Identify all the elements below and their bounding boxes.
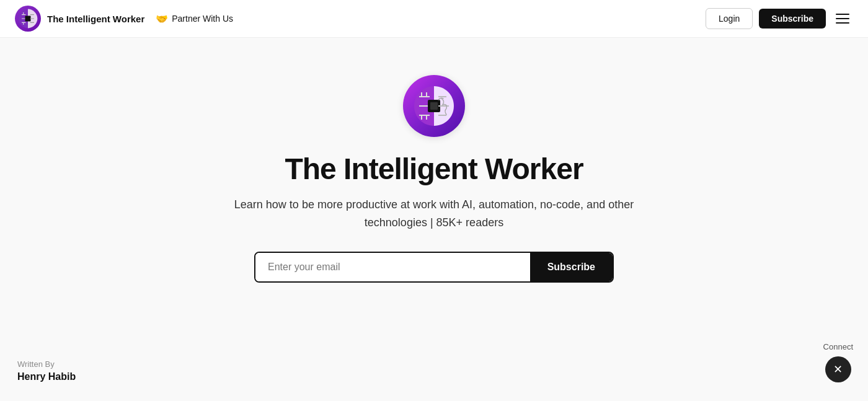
hamburger-line-1	[836, 14, 849, 15]
hamburger-line-3	[836, 22, 849, 24]
written-by-label: Written By	[17, 359, 76, 369]
navbar: The Intelligent Worker 🤝 Partner With Us…	[0, 0, 868, 38]
author-name: Henry Habib	[17, 371, 76, 382]
logo-circle	[15, 6, 41, 32]
subscribe-form-button[interactable]: Subscribe	[530, 253, 613, 281]
partner-with-us-link[interactable]: 🤝 Partner With Us	[156, 13, 233, 25]
email-input[interactable]	[255, 253, 530, 281]
svg-rect-6	[25, 15, 30, 21]
hamburger-menu-button[interactable]	[832, 10, 853, 27]
subscribe-nav-button[interactable]: Subscribe	[759, 9, 826, 29]
connect-widget: Connect ✕	[823, 342, 853, 382]
partner-label: Partner With Us	[172, 14, 233, 24]
hamburger-line-2	[836, 18, 849, 19]
logo-svg	[16, 7, 40, 30]
nav-right: Login Subscribe	[706, 8, 853, 29]
hero-subtitle: Learn how to be more productive at work …	[223, 196, 645, 232]
nav-title: The Intelligent Worker	[47, 14, 144, 24]
nav-logo[interactable]: The Intelligent Worker	[15, 6, 144, 32]
nav-left: The Intelligent Worker 🤝 Partner With Us	[15, 6, 233, 32]
subscribe-form: Subscribe	[254, 252, 614, 283]
partner-emoji: 🤝	[156, 13, 168, 25]
author-section: Written By Henry Habib	[17, 359, 76, 382]
svg-rect-18	[430, 102, 438, 110]
hero-logo	[403, 75, 465, 137]
connect-label: Connect	[823, 342, 853, 351]
hero-title: The Intelligent Worker	[285, 152, 583, 186]
login-button[interactable]: Login	[706, 8, 753, 29]
main-content: The Intelligent Worker Learn how to be m…	[0, 38, 868, 283]
connect-close-button[interactable]: ✕	[825, 356, 851, 382]
hero-logo-svg	[409, 81, 459, 131]
